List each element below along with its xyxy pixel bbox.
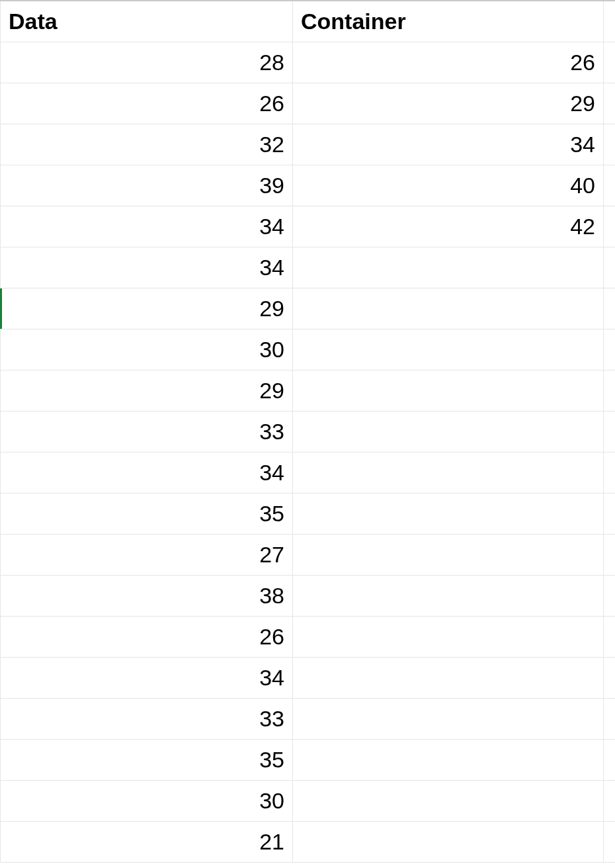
cell-container[interactable] bbox=[293, 698, 604, 739]
cell-container[interactable] bbox=[293, 739, 604, 780]
cell-data[interactable]: 32 bbox=[1, 124, 293, 165]
table-row[interactable]: 3940 bbox=[1, 165, 616, 206]
cell-overflow bbox=[604, 247, 616, 288]
cell-container[interactable]: 26 bbox=[293, 42, 604, 83]
cell-data[interactable]: 35 bbox=[1, 493, 293, 534]
table-row[interactable]: 21 bbox=[1, 821, 616, 862]
cell-container[interactable]: 40 bbox=[293, 165, 604, 206]
cell-container[interactable] bbox=[293, 821, 604, 862]
cell-container[interactable] bbox=[293, 247, 604, 288]
cell-data[interactable]: 29 bbox=[1, 288, 293, 329]
cell-overflow bbox=[604, 698, 616, 739]
table-row[interactable]: 26 bbox=[1, 616, 616, 657]
cell-overflow bbox=[604, 452, 616, 493]
table-row[interactable]: 34 bbox=[1, 452, 616, 493]
cell-container[interactable]: 29 bbox=[293, 83, 604, 124]
table-row[interactable]: 3234 bbox=[1, 124, 616, 165]
cell-data[interactable]: 35 bbox=[1, 739, 293, 780]
cell-overflow bbox=[604, 329, 616, 370]
table-row[interactable]: 38 bbox=[1, 575, 616, 616]
cell-overflow bbox=[604, 739, 616, 780]
cell-container[interactable] bbox=[293, 452, 604, 493]
cell-data[interactable]: 26 bbox=[1, 83, 293, 124]
cell-overflow bbox=[604, 780, 616, 821]
cell-data[interactable]: 34 bbox=[1, 206, 293, 247]
table-row[interactable]: 27 bbox=[1, 534, 616, 575]
table-row[interactable]: 29 bbox=[1, 370, 616, 411]
cell-data[interactable]: 38 bbox=[1, 575, 293, 616]
table-row[interactable]: 34 bbox=[1, 657, 616, 698]
table-row[interactable]: 35 bbox=[1, 739, 616, 780]
cell-overflow bbox=[604, 575, 616, 616]
table-row[interactable]: 30 bbox=[1, 780, 616, 821]
table-row[interactable]: 35 bbox=[1, 493, 616, 534]
table-row[interactable]: 33 bbox=[1, 698, 616, 739]
cell-overflow bbox=[604, 411, 616, 452]
cell-data[interactable]: 34 bbox=[1, 657, 293, 698]
cell-container[interactable] bbox=[293, 780, 604, 821]
cell-container[interactable] bbox=[293, 534, 604, 575]
cell-container[interactable] bbox=[293, 616, 604, 657]
cell-data[interactable]: 28 bbox=[1, 42, 293, 83]
header-row: Data Container bbox=[1, 1, 616, 42]
cell-overflow bbox=[604, 534, 616, 575]
cell-overflow bbox=[604, 493, 616, 534]
cell-container[interactable] bbox=[293, 575, 604, 616]
cell-data[interactable]: 34 bbox=[1, 452, 293, 493]
cell-data[interactable]: 30 bbox=[1, 329, 293, 370]
table-row[interactable]: 2826 bbox=[1, 42, 616, 83]
cell-data[interactable]: 33 bbox=[1, 411, 293, 452]
cell-container[interactable] bbox=[293, 657, 604, 698]
table-row[interactable]: 3442 bbox=[1, 206, 616, 247]
cell-container[interactable] bbox=[293, 493, 604, 534]
cell-overflow bbox=[604, 657, 616, 698]
cell-overflow bbox=[604, 370, 616, 411]
header-overflow bbox=[604, 1, 616, 42]
cell-overflow bbox=[604, 165, 616, 206]
cell-data[interactable]: 26 bbox=[1, 616, 293, 657]
table-row[interactable]: 30 bbox=[1, 329, 616, 370]
cell-container[interactable] bbox=[293, 288, 604, 329]
cell-data[interactable]: 33 bbox=[1, 698, 293, 739]
cell-overflow bbox=[604, 206, 616, 247]
cell-data[interactable]: 29 bbox=[1, 370, 293, 411]
cell-overflow bbox=[604, 288, 616, 329]
cell-data[interactable]: 21 bbox=[1, 821, 293, 862]
cell-data[interactable]: 34 bbox=[1, 247, 293, 288]
cell-data[interactable]: 39 bbox=[1, 165, 293, 206]
cell-container[interactable] bbox=[293, 329, 604, 370]
table-row[interactable]: 2629 bbox=[1, 83, 616, 124]
cell-overflow bbox=[604, 42, 616, 83]
header-data[interactable]: Data bbox=[1, 1, 293, 42]
cell-overflow bbox=[604, 616, 616, 657]
spreadsheet-table[interactable]: Data Container 2826262932343940344234293… bbox=[0, 0, 615, 863]
cell-container[interactable]: 42 bbox=[293, 206, 604, 247]
cell-overflow bbox=[604, 124, 616, 165]
header-container[interactable]: Container bbox=[293, 1, 604, 42]
cell-overflow bbox=[604, 83, 616, 124]
cell-overflow bbox=[604, 821, 616, 862]
cell-data[interactable]: 30 bbox=[1, 780, 293, 821]
cell-container[interactable] bbox=[293, 411, 604, 452]
cell-data[interactable]: 27 bbox=[1, 534, 293, 575]
table-row[interactable]: 34 bbox=[1, 247, 616, 288]
table-row[interactable]: 33 bbox=[1, 411, 616, 452]
table-row[interactable]: 29 bbox=[1, 288, 616, 329]
cell-container[interactable] bbox=[293, 370, 604, 411]
cell-container[interactable]: 34 bbox=[293, 124, 604, 165]
